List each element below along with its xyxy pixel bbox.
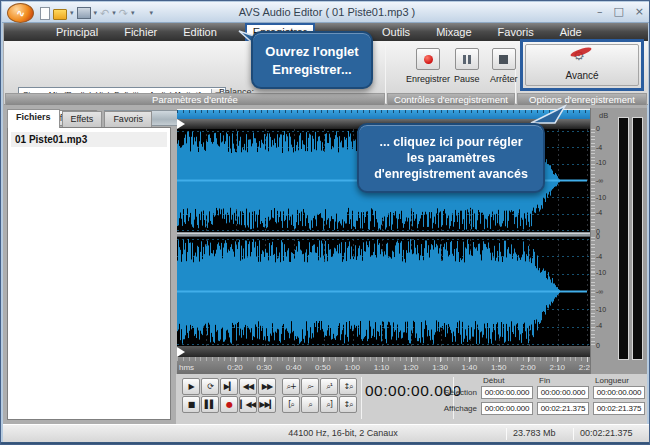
fast-forward-button[interactable]: ▶▶ <box>258 378 276 395</box>
status-duration: 00:02:21.375 <box>580 428 633 438</box>
ruler-tick <box>499 357 500 362</box>
record-controls-caption: Contrôles d'enregistrement <box>387 93 515 105</box>
ruler-tick <box>557 357 558 362</box>
record-icon <box>424 55 433 64</box>
db-label: -4 <box>596 322 613 329</box>
ruler-tick <box>587 357 588 362</box>
playhead-marker-bottom[interactable] <box>177 347 185 357</box>
tab-favoris[interactable]: Favoris <box>104 111 152 128</box>
db-ticks <box>591 237 595 346</box>
zoom-vertical-in-button[interactable]: ↕⌕ <box>339 378 357 395</box>
maximize-button[interactable]: □ <box>613 5 623 18</box>
tab-fichiers[interactable]: Fichiers <box>7 109 60 128</box>
ruler-label: 1:50 <box>487 363 511 372</box>
record-button[interactable] <box>416 48 440 70</box>
ruler-tick <box>264 357 265 362</box>
minimize-button[interactable]: – <box>597 5 603 18</box>
rewind-button[interactable]: ◀◀ <box>239 378 257 395</box>
db-unit-label: dB <box>599 111 608 120</box>
advanced-button[interactable]: ⚙ Avancé <box>525 44 639 86</box>
zoom-selection-button[interactable]: ⌕ <box>301 396 319 413</box>
time-ruler[interactable]: hms 0:200:300:400:501:001:101:201:301:40… <box>177 357 590 374</box>
stop-button[interactable] <box>492 48 516 70</box>
zoom-out-button[interactable]: ⌕- <box>301 378 319 395</box>
level-meter-right <box>632 117 643 360</box>
db-label: -4 <box>596 253 613 260</box>
pause-button[interactable]: ▌▌ <box>201 396 219 413</box>
pause-button[interactable] <box>455 48 479 70</box>
pause-group: Pause <box>454 48 480 84</box>
zoom-selection-end-button[interactable]: ⌕] <box>320 396 338 413</box>
divider <box>361 377 362 419</box>
callout-line: d'enregistrement avancés <box>359 167 543 181</box>
zoom-vertical-out-button[interactable]: ↕⌕ <box>339 396 357 413</box>
zoom-selection-start-button[interactable]: [⌕ <box>282 396 300 413</box>
time-field[interactable]: 00:02:21.375 <box>537 402 589 415</box>
db-label: 0 <box>596 233 613 240</box>
play-button[interactable]: ▶ <box>182 378 200 395</box>
horizontal-scrollbar[interactable] <box>177 346 590 357</box>
loop-button[interactable]: ⟳ <box>201 378 219 395</box>
zoom-in-button[interactable]: ⌕+ <box>282 378 300 395</box>
transport-controls: ▶⟳▶▎◀◀▶▶■▌▌●▎◀◀▶▶▎ <box>182 378 276 413</box>
time-field[interactable]: 00:00:00.000 <box>481 386 533 399</box>
level-meters <box>614 108 647 374</box>
stop-button[interactable]: ■ <box>182 396 200 413</box>
time-field[interactable]: 00:00:00.000 <box>481 402 533 415</box>
affichage-row-label: Affichage <box>421 404 477 413</box>
ruler-tick <box>528 357 529 362</box>
ruler-unit-label: hms <box>179 363 194 372</box>
go-to-start-button[interactable]: ▎◀◀ <box>239 396 257 413</box>
ruler-tick <box>294 357 295 362</box>
sélection-row-label: Sélection <box>421 388 477 397</box>
divider <box>573 428 574 440</box>
menu-item-principal[interactable]: Principal <box>46 24 108 40</box>
zoom-full-button[interactable]: ⌕¹ <box>320 378 338 395</box>
ruler-tick <box>469 357 470 362</box>
callout-advanced-settings: ... cliquez ici pour régler les paramètr… <box>357 123 545 193</box>
file-item[interactable]: 01 Piste01.mp3 <box>11 132 167 147</box>
selection-header: Longueur <box>595 376 629 385</box>
divider <box>506 428 507 440</box>
db-ticks <box>591 129 595 232</box>
level-meter-left <box>618 117 629 360</box>
db-label: -10 <box>596 306 613 313</box>
time-field[interactable]: 00:00:00.000 <box>593 386 645 399</box>
play-to-end-button[interactable]: ▶▎ <box>220 378 238 395</box>
db-label: 0 <box>596 125 613 132</box>
file-list: 01 Piste01.mp3 <box>7 127 171 420</box>
selection-header: Fin <box>539 376 550 385</box>
menu-item-edition[interactable]: Edition <box>173 24 227 40</box>
menu-item-mixage[interactable]: Mixage <box>426 24 481 40</box>
ruler-label: 2:10 <box>545 363 569 372</box>
menu-item-aide[interactable]: Aide <box>550 24 592 40</box>
go-to-end-button[interactable]: ▶▶▎ <box>258 396 276 413</box>
app-window: ∿ ▾ ▾ ↶ ▾ ↷ ▾ ▾ AVS Audio Editor ( 01 Pi… <box>0 0 650 445</box>
pause-label: Pause <box>454 74 480 84</box>
tab-effets[interactable]: Effets <box>62 111 103 128</box>
advanced-button-label: Avancé <box>526 70 638 81</box>
ruler-label: 0:40 <box>282 363 306 372</box>
ruler-tick <box>323 357 324 362</box>
db-label: -∞ <box>596 177 613 184</box>
ruler-label: 1:00 <box>340 363 364 372</box>
db-label: -10 <box>596 269 613 276</box>
status-format: 44100 Hz, 16-bit, 2 Canaux <box>183 428 503 438</box>
menu-item-favoris[interactable]: Favoris <box>488 24 544 40</box>
status-bar: 44100 Hz, 16-bit, 2 Canaux 23.783 Mb 00:… <box>3 424 649 442</box>
record-group: Enregistrer <box>406 48 450 84</box>
playhead-marker-top[interactable] <box>177 119 185 129</box>
time-field[interactable]: 00:00:00.000 <box>537 386 589 399</box>
menu-item-fichier[interactable]: Fichier <box>114 24 167 40</box>
close-button[interactable]: × <box>635 5 644 18</box>
db-label: -∞ <box>596 288 613 295</box>
window-title: AVS Audio Editor ( 01 Piste01.mp3 ) <box>2 6 650 18</box>
record-button[interactable]: ● <box>220 396 238 413</box>
ruler-label: 0:20 <box>223 363 247 372</box>
callout-line: Ouvrez l'onglet <box>253 44 371 59</box>
selection-header: Début <box>483 376 504 385</box>
db-label: 0 <box>596 342 613 349</box>
ruler-tick <box>440 357 441 362</box>
time-field[interactable]: 00:02:21.375 <box>593 402 645 415</box>
menu-item-outils[interactable]: Outils <box>372 24 420 40</box>
